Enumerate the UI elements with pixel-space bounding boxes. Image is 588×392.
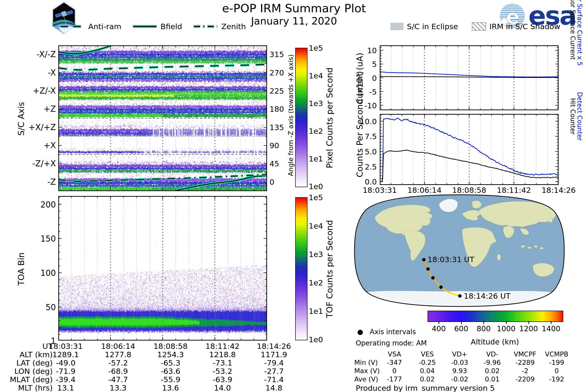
volt-cell: -9.96 — [475, 359, 509, 366]
s2-y-tick: 150 — [24, 234, 56, 244]
volt-cell: 0.04 — [410, 367, 444, 374]
time-tick-label: 18:08:58 — [448, 186, 490, 194]
current-right-label-blue: Sensor Surface Current x 5 — [576, 0, 583, 82]
c-cur-ytick: 0 — [345, 74, 377, 82]
eph-cell: -79.4 — [247, 358, 301, 367]
altitude-colorbar — [428, 311, 563, 322]
eph-cell: 13.6 — [144, 384, 198, 392]
eph-cell: 18:11:42 — [196, 342, 250, 350]
eph-cell: -49.0 — [39, 358, 92, 367]
alt-tick-mark — [506, 321, 507, 324]
time-tick-label: 18:06:14 — [404, 186, 446, 194]
c-cur-ytick: 10 — [345, 46, 377, 55]
legend-shadow: IRM in S/C Shadow — [472, 22, 560, 31]
eph-cell: -47.7 — [91, 375, 145, 384]
eph-cell: 18:08:58 — [144, 342, 198, 350]
c-cur-ytick: 5 — [345, 60, 377, 68]
s1-angle-tick: 225 — [270, 86, 289, 95]
eph-cell: 14.8 — [247, 384, 301, 392]
time-tick-label: 18:11:42 — [493, 186, 535, 194]
eph-cell: -71.4 — [247, 375, 301, 384]
eph-cell: 13.1 — [39, 384, 92, 392]
volt-header: VD- — [475, 350, 509, 358]
legend-eclipse: S/C in Eclipse — [390, 22, 458, 31]
c-cnt-ytick: 5.0 — [345, 147, 377, 156]
ground-track-map: 18:03:31 UT 18:14:26 UT — [352, 193, 567, 309]
cbar1-tick: 1e0 — [309, 182, 331, 191]
s1-angle-tick: 135 — [270, 123, 289, 132]
s1-angle-tick: 90 — [270, 141, 289, 150]
volt-cell: -177 — [377, 375, 412, 383]
eph-cell: 1277.8 — [91, 350, 145, 359]
s1-angle-tick: 0 — [270, 178, 289, 186]
legend-zenith-label: Zenith — [221, 22, 246, 31]
s1-row-label: +Z/-X — [9, 86, 56, 96]
s1-row-label: -X — [9, 68, 56, 78]
cbar2-tick: 1e3 — [309, 250, 331, 259]
eph-cell: -65.3 — [144, 358, 198, 367]
world-map-icon: 18:03:31 UT 18:14:26 UT — [352, 193, 567, 308]
s2-y-tick: 50 — [24, 302, 56, 312]
sc-axis-spectrogram — [58, 45, 267, 191]
s2-y-tick: 200 — [24, 200, 56, 210]
c-cnt-ytick: 2.5 — [345, 162, 377, 171]
legend-bfield-label: Bfield — [160, 22, 182, 31]
axis-intervals-legend: ● Axis intervals — [357, 328, 416, 336]
c-cur-ytick: -10 — [345, 101, 377, 110]
cbar1-tick: 1e1 — [309, 154, 331, 163]
c-cnt-ytick: 10.0 — [345, 117, 377, 126]
volt-cell: -2 — [508, 367, 542, 374]
eph-cell: -39.4 — [39, 375, 92, 384]
eph-cell: 18:14:26 — [247, 342, 301, 350]
eph-cell: -55.9 — [144, 375, 198, 384]
operating-mode: Operating mode: AM — [356, 339, 427, 347]
epop-irm-summary-page: { "header": {"title": "e-POP IRM Summary… — [0, 0, 588, 392]
zenith-line-icon — [193, 24, 218, 29]
s2-y-tick: 1 — [24, 336, 56, 346]
s1-row-label: +Z — [9, 104, 56, 114]
alt-tick-mark — [461, 321, 462, 324]
tof-counts-colorbar — [295, 197, 308, 340]
bfield-line-icon — [132, 24, 157, 29]
axis-intervals-label: Axis intervals — [370, 328, 416, 336]
s1-right-axis-label: Angle from -Z axis (towards +X axis) — [287, 40, 294, 191]
volt-cell: -2209 — [508, 375, 542, 383]
s2-y-tick: 100 — [24, 268, 56, 278]
volt-cell: -2289 — [508, 359, 542, 366]
volt-cell: -192 — [540, 375, 574, 383]
cbar1-tick: 1e2 — [309, 127, 331, 136]
cbar1-tick: 1e5 — [309, 44, 331, 52]
eph-cell: 1289.1 — [39, 350, 92, 359]
cbar2-tick: 1e4 — [309, 222, 331, 230]
volt-header: VCMPB — [540, 350, 574, 358]
counts-right-label-blue: Detect Counter — [576, 80, 583, 153]
volt-cell: -0.25 — [410, 359, 444, 366]
cbar2-label: TOF Counts per Second — [324, 200, 334, 338]
eph-cell: 1171.9 — [247, 350, 301, 359]
volt-cell: -0.03 — [442, 359, 477, 366]
eph-cell: 1218.8 — [196, 350, 250, 359]
alt-tick-mark — [528, 321, 529, 324]
eclipse-swatch-icon — [390, 23, 404, 30]
legend-bfield: Bfield — [132, 22, 182, 31]
s1-row-label: -Z/+X — [9, 159, 56, 168]
eph-cell: -63.9 — [196, 375, 250, 384]
axis-interval-dot-icon: ● — [357, 328, 363, 336]
eph-cell: -27.7 — [247, 367, 301, 376]
volt-cell: 0.01 — [475, 375, 509, 383]
cbar2-tick: 1e1 — [309, 307, 331, 316]
alt-tick-label: 1400 — [536, 324, 566, 333]
footer-text: Produced by irm_summary version 5 — [356, 384, 495, 392]
legend-anti-ram: Anti-ram — [60, 22, 121, 31]
shade-legend: S/C in Eclipse IRM in S/C Shadow — [368, 21, 583, 32]
counts-right-label-black: Hit Counter — [569, 80, 576, 153]
cbar1-label: Pixel Counts per Second — [324, 49, 334, 186]
eph-cell: -73.1 — [196, 358, 250, 367]
volt-header: VMCPF — [508, 350, 542, 358]
track-end-label: 18:14:26 UT — [464, 292, 511, 300]
time-tick-label: 18:03:31 — [359, 186, 400, 194]
volt-cell: 0 — [540, 367, 574, 374]
volt-header: VSA — [377, 350, 412, 358]
legend-eclipse-label: S/C in Eclipse — [407, 22, 458, 31]
volt-cell: 0.02 — [475, 367, 509, 374]
